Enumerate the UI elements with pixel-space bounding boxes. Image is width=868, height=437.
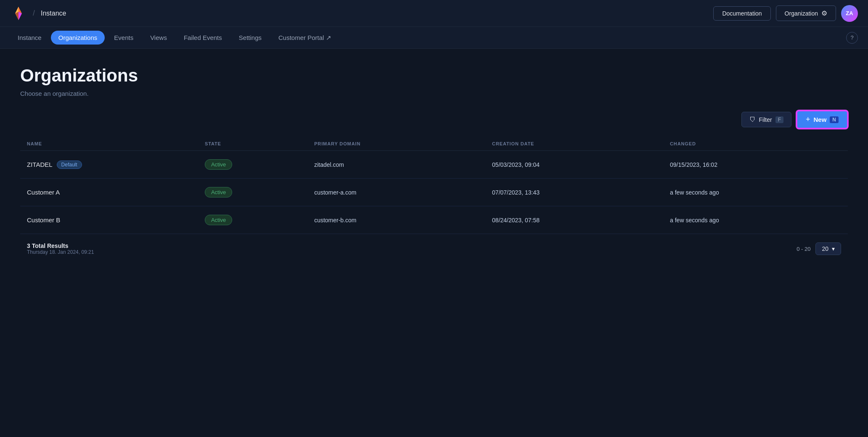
name-cell-customer-a: Customer A: [27, 189, 198, 196]
col-header-changed: CHANGED: [670, 141, 841, 146]
default-badge: Default: [57, 161, 82, 169]
page-range: 0 - 20: [797, 246, 810, 252]
main-content: Organizations Choose an organization. ⛉ …: [0, 49, 868, 269]
help-button[interactable]: ?: [846, 32, 858, 44]
table-row[interactable]: Customer A Active customer-a.com 07/07/2…: [20, 179, 848, 206]
gear-icon: ⚙: [821, 9, 827, 17]
org-button-label: Organization: [785, 10, 818, 17]
creation-cell: 07/07/2023, 13:43: [492, 189, 663, 196]
creation-cell: 08/24/2023, 07:58: [492, 217, 663, 224]
nav-bar: Instance Organizations Events Views Fail…: [0, 27, 868, 49]
nav-item-settings[interactable]: Settings: [231, 31, 269, 45]
new-label: New: [813, 116, 826, 123]
state-cell: Active: [205, 215, 307, 225]
breadcrumb-separator: /: [33, 9, 35, 18]
col-header-name: NAME: [27, 141, 198, 146]
nav-item-views[interactable]: Views: [143, 31, 175, 45]
new-key: N: [830, 116, 839, 123]
nav-item-organizations[interactable]: Organizations: [51, 31, 105, 45]
table-header: NAME STATE PRIMARY DOMAIN CREATION DATE …: [20, 137, 848, 151]
nav-item-customer-portal[interactable]: Customer Portal ↗: [271, 31, 339, 45]
nav-item-events[interactable]: Events: [106, 31, 141, 45]
state-cell: Active: [205, 187, 307, 197]
state-badge: Active: [205, 215, 232, 225]
organizations-table: NAME STATE PRIMARY DOMAIN CREATION DATE …: [20, 137, 848, 234]
page-title: Organizations: [20, 66, 848, 86]
filter-button[interactable]: ⛉ Filter F: [741, 112, 791, 127]
filter-icon: ⛉: [749, 116, 756, 123]
nav-item-instance[interactable]: Instance: [10, 31, 49, 45]
changed-cell: a few seconds ago: [670, 217, 841, 224]
changed-cell: a few seconds ago: [670, 189, 841, 196]
chevron-down-icon: ▾: [832, 245, 835, 252]
total-results-label: 3 Total Results: [27, 242, 797, 249]
org-name: ZITADEL: [27, 161, 53, 168]
state-badge: Active: [205, 159, 232, 170]
domain-cell: customer-a.com: [314, 189, 485, 196]
org-name: Customer B: [27, 216, 60, 224]
col-header-state: STATE: [205, 141, 307, 146]
page-subtitle: Choose an organization.: [20, 90, 848, 97]
app-logo[interactable]: [10, 5, 27, 22]
total-results: 3 Total Results Thursday 18. Jan 2024, 0…: [27, 242, 797, 255]
table-row[interactable]: Customer B Active customer-b.com 08/24/2…: [20, 206, 848, 234]
filter-label: Filter: [759, 116, 772, 123]
filter-key: F: [775, 116, 783, 123]
logo-area: / Instance: [10, 5, 66, 22]
domain-cell: customer-b.com: [314, 217, 485, 224]
per-page-select[interactable]: 20 ▾: [815, 242, 841, 255]
pagination-area: 0 - 20 20 ▾: [797, 242, 841, 255]
new-plus-icon: +: [806, 115, 810, 124]
avatar[interactable]: ZA: [841, 5, 858, 22]
state-badge: Active: [205, 187, 232, 197]
org-name: Customer A: [27, 189, 60, 196]
creation-cell: 05/03/2023, 09:04: [492, 161, 663, 168]
action-bar: ⛉ Filter F + New N: [20, 111, 848, 129]
documentation-button[interactable]: Documentation: [713, 6, 770, 21]
organization-button[interactable]: Organization ⚙: [776, 5, 836, 21]
nav-item-failed-events[interactable]: Failed Events: [176, 31, 230, 45]
col-header-domain: PRIMARY DOMAIN: [314, 141, 485, 146]
state-cell: Active: [205, 159, 307, 170]
name-cell-customer-b: Customer B: [27, 216, 198, 224]
header-instance-label: Instance: [41, 10, 66, 17]
total-results-date: Thursday 18. Jan 2024, 09:21: [27, 249, 797, 255]
domain-cell: zitadel.com: [314, 161, 485, 168]
name-cell-zitadel: ZITADEL Default: [27, 161, 198, 169]
table-footer: 3 Total Results Thursday 18. Jan 2024, 0…: [20, 234, 848, 255]
top-header: / Instance Documentation Organization ⚙ …: [0, 0, 868, 27]
col-header-creation: CREATION DATE: [492, 141, 663, 146]
table-row[interactable]: ZITADEL Default Active zitadel.com 05/03…: [20, 151, 848, 179]
per-page-value: 20: [822, 245, 828, 252]
new-button[interactable]: + New N: [797, 111, 848, 129]
changed-cell: 09/15/2023, 16:02: [670, 161, 841, 168]
